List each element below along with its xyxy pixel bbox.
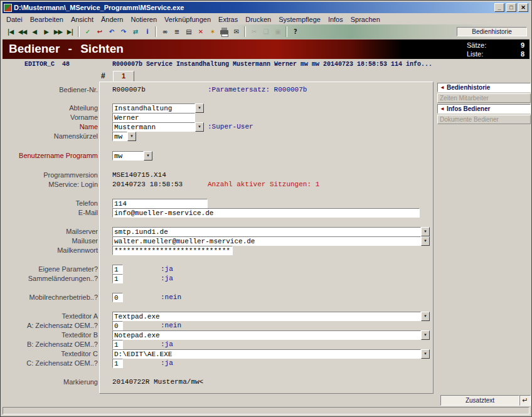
sidebar-item-zeiten-mitarbeiter[interactable]: Zeiten Mitarbeiter bbox=[437, 93, 531, 103]
last-record-icon[interactable]: ▶| bbox=[64, 26, 76, 38]
dropdown-arrow-icon-mailserver[interactable]: ▼ bbox=[421, 227, 430, 236]
dropdown-arrow-icon-benutzername-programm[interactable]: ▼ bbox=[144, 151, 152, 161]
fast-next-icon[interactable]: ▶▶ bbox=[52, 26, 64, 38]
table-view-icon[interactable]: ▤ bbox=[183, 26, 194, 38]
next-record-icon[interactable]: ▶ bbox=[40, 26, 52, 38]
maximize-button[interactable]: □ bbox=[506, 3, 516, 12]
field-input-telefon[interactable] bbox=[112, 199, 208, 208]
field-input-texteditor-c[interactable] bbox=[112, 349, 421, 359]
title-bar: D:\Mustermann\_MService_Programm\MServic… bbox=[3, 2, 529, 13]
menu-item-drucken[interactable]: Drucken bbox=[242, 15, 275, 24]
menu-item-notieren[interactable]: Notieren bbox=[127, 15, 161, 24]
field-input-mailserver[interactable] bbox=[112, 227, 421, 236]
menu-item-bearbeiten[interactable]: Bearbeiten bbox=[26, 15, 67, 24]
field-input-zeichensatz-b[interactable] bbox=[112, 340, 123, 349]
field-value-mservice-login: 20140723 18:58:53 bbox=[112, 180, 183, 189]
field-control-telefon bbox=[112, 199, 208, 208]
redo-icon[interactable]: ↷ bbox=[117, 26, 129, 38]
field-input-mailuser[interactable] bbox=[112, 236, 421, 246]
undo-icon[interactable]: ↶ bbox=[105, 26, 117, 38]
dropdown-arrow-icon-texteditor-b[interactable]: ▼ bbox=[421, 330, 430, 340]
search-binoculars-icon[interactable]: ∞ bbox=[159, 26, 171, 38]
field-input-zeichensatz-c[interactable] bbox=[112, 359, 123, 368]
field-input-namenskuerzel[interactable] bbox=[112, 132, 127, 141]
delete-icon[interactable]: ✕ bbox=[194, 26, 206, 38]
favorite-icon[interactable]: ✶ bbox=[206, 26, 218, 38]
menu-item-datei[interactable]: Datei bbox=[3, 15, 26, 24]
field-label-bediener-nr: Bediener-Nr. bbox=[1, 86, 98, 93]
field-control-texteditor-a: ▼ bbox=[112, 312, 430, 321]
field-value-markierung: 20140722R Musterma/mw< bbox=[112, 377, 203, 387]
sidebar-item-dokumente-bediener[interactable]: Dokumente Bediener bbox=[437, 115, 531, 124]
field-input-abteilung[interactable] bbox=[112, 103, 195, 113]
menu-item-infos[interactable]: Infos bbox=[324, 15, 347, 24]
form-row-sammelaenderungen: Sammeländerungen..?:ja bbox=[1, 274, 435, 283]
field-control-mailuser: ▼ bbox=[112, 236, 430, 246]
menu-item-sprachen[interactable]: Sprachen bbox=[347, 15, 384, 24]
sidebar-item-label: Bedienhistorie bbox=[447, 84, 490, 91]
form-row-zeichensatz-a: A: Zeichensatz OEM..?:nein bbox=[1, 321, 435, 330]
toolbar-separator bbox=[78, 26, 80, 37]
liste-value: 8 bbox=[521, 50, 524, 58]
menu-item-systempflege[interactable]: Systempflege bbox=[275, 15, 324, 24]
dropdown-arrow-icon-namenskuerzel[interactable]: ▼ bbox=[127, 132, 136, 141]
field-extra-zeichensatz-a: :nein bbox=[161, 322, 181, 329]
minimize-button[interactable]: _ bbox=[494, 3, 504, 12]
saetze-label: Sätze: bbox=[467, 41, 486, 49]
fast-prev-icon[interactable]: ◀◀ bbox=[16, 26, 28, 38]
form-row-eigene-parameter: Eigene Parameter?:ja bbox=[1, 265, 435, 274]
record-summary: R000007b Service Instandhaltung Musterma… bbox=[112, 61, 432, 68]
close-button[interactable]: ✕ bbox=[518, 3, 528, 12]
field-extra-eigene-parameter: :ja bbox=[161, 265, 173, 273]
dropdown-arrow-icon-mailuser[interactable]: ▼ bbox=[421, 236, 430, 246]
field-value-bediener-nr: R000007b bbox=[112, 85, 146, 95]
field-control-programmversion: MSE140715.X14 bbox=[112, 171, 166, 180]
bedienhistorie-toolbar-button[interactable]: Bedienhistorie bbox=[457, 27, 527, 36]
field-control-abteilung: ▼ bbox=[112, 103, 204, 113]
field-input-mobilrechnerbetrieb[interactable] bbox=[112, 293, 123, 302]
enter-key-icon[interactable]: ↵ bbox=[519, 395, 531, 406]
sidebar-item-infos-bediener[interactable]: ◄Infos Bediener bbox=[437, 104, 531, 113]
revert-icon[interactable]: ↩ bbox=[93, 26, 105, 38]
info-icon[interactable]: i bbox=[141, 26, 153, 38]
field-input-eigene-parameter[interactable] bbox=[112, 265, 123, 274]
field-input-name[interactable] bbox=[112, 122, 195, 132]
list-view-icon[interactable]: ≡ bbox=[171, 26, 183, 38]
mail-icon[interactable]: ✉ bbox=[230, 26, 242, 38]
print-icon[interactable] bbox=[218, 26, 230, 38]
field-value-programmversion: MSE140715.X14 bbox=[112, 171, 166, 180]
help-icon[interactable]: ? bbox=[289, 26, 301, 38]
field-input-texteditor-a[interactable] bbox=[112, 312, 421, 321]
record-table-name: EDITOR_C bbox=[24, 61, 55, 68]
field-input-mailkennwort[interactable] bbox=[112, 246, 233, 255]
form-row-texteditor-a: Texteditor A▼ bbox=[1, 312, 435, 321]
dropdown-arrow-icon-texteditor-a[interactable]: ▼ bbox=[421, 312, 430, 321]
menu-item-ansicht[interactable]: Ansicht bbox=[67, 15, 97, 24]
field-control-zeichensatz-c bbox=[112, 359, 123, 368]
field-control-mailserver: ▼ bbox=[112, 227, 430, 236]
sidebar-item-bedienhistorie[interactable]: ◄Bedienhistorie bbox=[437, 83, 531, 92]
tab-1[interactable]: 1 bbox=[113, 71, 134, 82]
link-icon[interactable]: ⇄ bbox=[129, 26, 141, 38]
field-control-namenskuerzel: ▼ bbox=[112, 132, 136, 141]
first-record-icon[interactable]: |◀ bbox=[4, 26, 16, 38]
zusatztext-button[interactable]: Zusatztext bbox=[440, 395, 519, 406]
form-row-mailuser: Mailuser▼ bbox=[1, 236, 435, 246]
field-input-email[interactable] bbox=[112, 208, 420, 218]
menu-item-extras[interactable]: Extras bbox=[215, 15, 242, 24]
dropdown-arrow-icon-name[interactable]: ▼ bbox=[195, 122, 204, 132]
menu-item-ndern[interactable]: Ändern bbox=[97, 15, 127, 24]
confirm-icon[interactable]: ✓ bbox=[82, 26, 93, 38]
field-input-sammelaenderungen[interactable] bbox=[112, 274, 123, 283]
dropdown-arrow-icon-abteilung[interactable]: ▼ bbox=[195, 103, 204, 113]
field-label-zeichensatz-b: B: Zeichensatz OEM..? bbox=[1, 340, 98, 348]
field-input-benutzername-programm[interactable] bbox=[112, 151, 144, 161]
field-input-vorname[interactable] bbox=[112, 113, 195, 122]
form-row-abteilung: Abteilung▼ bbox=[1, 103, 435, 113]
field-input-texteditor-b[interactable] bbox=[112, 330, 421, 340]
menu-item-verkn-pfungen[interactable]: Verknüpfungen bbox=[161, 15, 215, 24]
field-input-zeichensatz-a[interactable] bbox=[112, 321, 123, 330]
dropdown-arrow-icon-texteditor-c[interactable]: ▼ bbox=[421, 349, 430, 359]
form: Bediener-Nr.R000007b:Parametersatz: R000… bbox=[1, 82, 435, 387]
prev-record-icon[interactable]: ◀ bbox=[28, 26, 40, 38]
